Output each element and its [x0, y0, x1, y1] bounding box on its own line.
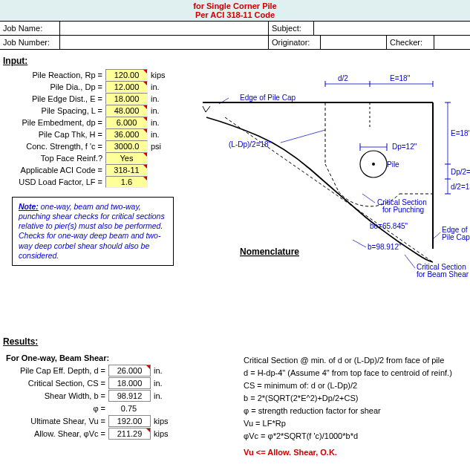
svg-line-29 — [362, 194, 375, 203]
results-value: 98.912 — [108, 390, 151, 402]
input-value[interactable]: 18.000 — [105, 93, 148, 105]
input-row: Applicable ACI Code =318-11 — [6, 164, 195, 176]
input-row: Pile Embedment, dp =6.000in. — [6, 117, 195, 128]
input-unit: in. — [148, 106, 160, 115]
svg-line-30 — [434, 232, 440, 238]
input-label: Top Face Reinf.? — [6, 154, 105, 163]
diagram: d/2 E=18" Edge of Pile Cap Pile Dp=12" — [195, 69, 470, 330]
checker-value[interactable] — [434, 36, 470, 49]
svg-line-8 — [203, 106, 206, 112]
input-row: Pile Dia., Dp =12.000in. — [6, 81, 195, 93]
results-row: Allow. Shear, φVc =211.29kips — [6, 427, 244, 440]
input-value[interactable]: 1.6 — [105, 176, 148, 188]
dim-b: b=98.912" — [368, 243, 402, 251]
info-row-1: Job Name: Subject: — [0, 22, 470, 36]
svg-line-21 — [281, 130, 325, 143]
results-value: 18.000 — [108, 377, 151, 389]
input-label: USD Load Factor, LF = — [6, 177, 105, 186]
ok-line: Vu <= Allow. Shear, O.K. — [244, 448, 464, 457]
input-value[interactable]: 12.000 — [105, 81, 148, 93]
input-value[interactable]: 6.000 — [105, 117, 148, 128]
results-value: 192.00 — [108, 415, 151, 427]
results-note: d = H-dp-4" (Assume 4" from top face to … — [244, 366, 464, 379]
results-label: Critical Section, CS = — [6, 379, 108, 388]
results-value: 0.75 — [108, 403, 149, 414]
input-label: Pile Dia., Dp = — [6, 82, 105, 91]
nomenclature-svg: d/2 E=18" Edge of Pile Cap Pile Dp=12" — [195, 69, 470, 329]
dim-ldp: (L-Dp)/2=18" — [229, 140, 272, 149]
originator-value[interactable] — [321, 36, 387, 49]
dim-e-right: E=18" — [451, 129, 470, 137]
results-note: Critical Section @ min. of d or (L-Dp)/2… — [244, 353, 464, 366]
results-unit: kips — [151, 417, 169, 426]
input-value[interactable]: 48.000 — [105, 105, 148, 117]
results-note: φVc = φ*2*SQRT(f 'c)/1000*b*d — [244, 429, 464, 442]
svg-line-32 — [405, 255, 415, 268]
input-row: Conc. Strength, f 'c =3000.0psi — [6, 140, 195, 152]
dim-dp: Dp=12" — [392, 143, 417, 151]
input-value[interactable]: 36.000 — [105, 128, 148, 140]
input-value[interactable]: 318-11 — [105, 164, 148, 176]
checker-label: Checker: — [387, 36, 434, 49]
input-value[interactable]: Yes — [105, 152, 148, 164]
results-row: Ultimate Shear, Vu =192.00kips — [6, 414, 244, 427]
input-label: Pile Spacing, L = — [6, 106, 105, 115]
input-row: Pile Edge Dist., E =18.000in. — [6, 93, 195, 105]
subject-label: Subject: — [269, 22, 314, 35]
job-number-value[interactable] — [60, 36, 269, 49]
results-label: Allow. Shear, φVc = — [6, 429, 108, 438]
header: for Single Corner Pile Per ACI 318-11 Co… — [0, 0, 470, 22]
dim-d2: d/2 — [338, 74, 348, 82]
crit-punch-2: for Punching — [382, 206, 424, 214]
results-note: Vu = LF*Rp — [244, 417, 464, 429]
originator-label: Originator: — [269, 36, 321, 49]
input-value[interactable]: 3000.0 — [105, 140, 148, 152]
inputs-column: Pile Reaction, Rp =120.00kipsPile Dia., … — [0, 69, 195, 330]
job-name-label: Job Name: — [0, 22, 60, 35]
input-row: Pile Reaction, Rp =120.00kips — [6, 69, 195, 81]
input-label: Pile Cap Thk, H = — [6, 130, 105, 139]
results-value: 26.000 — [108, 365, 151, 376]
svg-line-9 — [206, 106, 210, 112]
results-note: b = 2*(SQRT(2*E^2)+Dp/2+CS) — [244, 391, 464, 404]
input-title: Input: — [0, 50, 470, 69]
results-label: Pile Cap Eff. Depth, d = — [6, 366, 108, 375]
results-unit: in. — [151, 379, 163, 388]
results-label: Shear Width, b = — [6, 391, 108, 400]
svg-line-20 — [225, 117, 433, 262]
dim-bo: bo=65.845" — [370, 222, 408, 230]
note-lead: Note: — [19, 202, 39, 211]
input-label: Pile Reaction, Rp = — [6, 71, 105, 79]
pile-label: Pile — [387, 160, 399, 169]
note-box: Note: one-way, beam and two-way, punchin… — [12, 197, 174, 266]
crit-beam-2: for Beam Shear — [417, 270, 469, 278]
results-unit: in. — [151, 366, 163, 375]
results-note: CS = minimum of: d or (L-Dp)/2 — [244, 379, 464, 391]
input-unit: in. — [148, 82, 160, 91]
results-note: φ = strength reduction factor for shear — [244, 404, 464, 417]
results-label: Ultimate Shear, Vu = — [6, 417, 108, 426]
input-value[interactable]: 120.00 — [105, 69, 148, 81]
dim-d2r: d/2=13" — [451, 183, 470, 191]
results-unit: kips — [151, 429, 169, 438]
results-unit: in. — [151, 391, 163, 400]
results-title: Results: — [0, 330, 470, 350]
input-row: Top Face Reinf.?Yes — [6, 152, 195, 164]
input-label: Applicable ACI Code = — [6, 166, 105, 175]
results-row: φ =0.75 — [6, 402, 244, 414]
edge-cap-2b: Pile Cap — [442, 233, 470, 241]
header-line2: Per ACI 318-11 Code — [0, 10, 470, 19]
input-row: Pile Spacing, L =48.000in. — [6, 105, 195, 117]
input-unit: in. — [148, 130, 160, 139]
subject-value[interactable] — [314, 22, 470, 35]
results-label: φ = — [6, 404, 108, 413]
job-name-value[interactable] — [60, 22, 269, 35]
info-row-2: Job Number: Originator: Checker: — [0, 36, 470, 50]
results-row: Shear Width, b =98.912in. — [6, 389, 244, 402]
dim-e: E=18" — [390, 74, 411, 82]
results-value: 211.29 — [108, 428, 151, 440]
note-text: one-way, beam and two-way, punching shea… — [19, 202, 165, 260]
input-row: USD Load Factor, LF =1.6 — [6, 176, 195, 188]
input-unit: psi — [148, 142, 161, 151]
svg-line-31 — [353, 240, 366, 247]
